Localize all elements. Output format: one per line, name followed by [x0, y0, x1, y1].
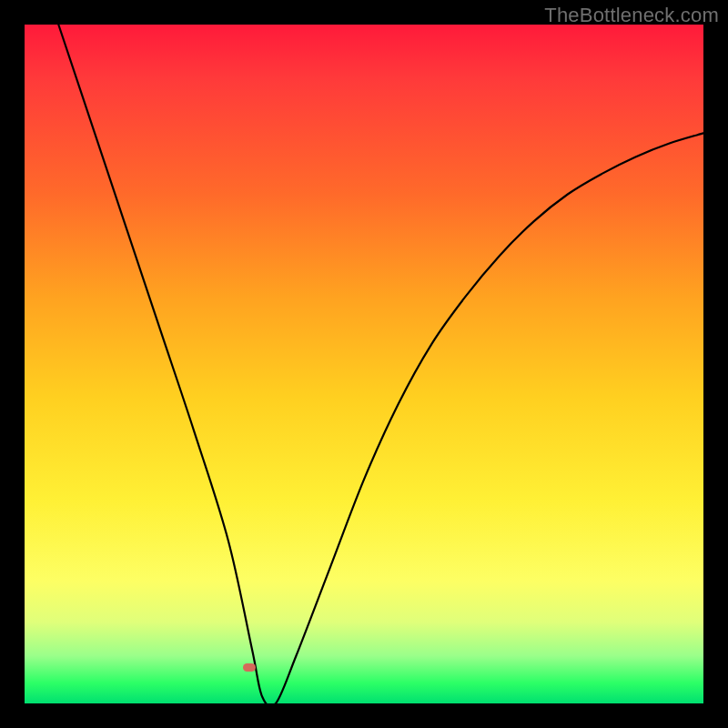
optimum-marker [243, 663, 256, 672]
watermark-text: TheBottleneck.com [544, 4, 719, 27]
chart-frame: TheBottleneck.com [0, 0, 728, 728]
bottleneck-curve [25, 25, 703, 703]
